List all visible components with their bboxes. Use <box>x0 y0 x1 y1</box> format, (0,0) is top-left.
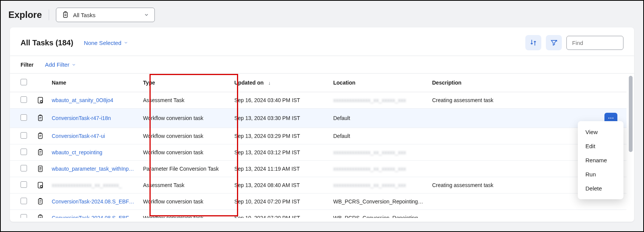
task-type: Assessment Task <box>139 177 231 194</box>
task-updated: Sep 13, 2024 03:12 PM IST <box>231 144 329 161</box>
task-type: Workflow conversion task <box>139 194 231 210</box>
task-name-link[interactable]: wbauto_parameter_task_withInp… <box>52 166 134 172</box>
panel-title: All Tasks (184) <box>21 38 73 47</box>
tasks-scope-dropdown[interactable]: All Tasks <box>56 8 155 22</box>
clipboard-icon <box>37 132 44 140</box>
table-row: ConversionTask-r47-i18nWorkflow conversi… <box>10 109 627 128</box>
dropdown-label: All Tasks <box>73 12 95 18</box>
task-updated: Sep 13, 2024 03:29 PM IST <box>231 128 329 144</box>
table-row: ConversionTask-2024.08.S_EBF…Workflow co… <box>10 194 627 210</box>
table-row: wbauto_ct_repointingWorkflow conversion … <box>10 144 627 161</box>
task-name-link[interactable]: ConversionTask-2024.08.S_EBF… <box>52 215 134 218</box>
add-filter-button[interactable]: Add Filter <box>45 61 76 68</box>
clipboard-icon <box>37 114 44 122</box>
task-type: Workflow conversion task <box>139 109 231 128</box>
task-name-link[interactable]: wbauto_ct_repointing <box>52 149 102 155</box>
tasks-panel: All Tasks (184) None Selected Filter Add <box>10 27 634 222</box>
row-context-menu: View Edit Rename Run Delete <box>578 121 623 199</box>
task-name-link[interactable]: ConversionTask-2024.08.S_EBF… <box>52 198 134 205</box>
task-updated: Sep 13, 2024 11:19 AM IST <box>231 161 329 177</box>
chevron-down-icon <box>144 12 149 18</box>
none-selected-label: None Selected <box>84 40 121 46</box>
clipboard-icon <box>37 198 44 205</box>
table-row: wbauto_at_sanity_0O8jo4Assessment TaskSe… <box>10 92 627 109</box>
select-all-checkbox[interactable] <box>21 79 27 85</box>
sort-desc-icon: ↓ <box>268 80 271 86</box>
task-updated: Sep 10, 2024 07:20 PM IST <box>231 210 329 218</box>
row-checkbox[interactable] <box>21 114 27 121</box>
task-location: xxxxxxxxxxxxxx_xx_xxxxx_xxx <box>333 149 406 155</box>
clipboard-icon <box>37 214 44 218</box>
chevron-down-icon <box>72 62 76 67</box>
task-location: xxxxxxxxxxxxxx_xx_xxxxx_xxx <box>333 182 406 188</box>
task-type: Workflow conversion task <box>139 210 231 218</box>
menu-view[interactable]: View <box>578 125 623 139</box>
task-location: xxxxxxxxxxxxxx_xx_xxxxx_xxx <box>333 97 406 103</box>
column-header-name[interactable]: Name <box>48 74 139 92</box>
table-row: wbauto_parameter_task_withInp…Parameter … <box>10 161 627 177</box>
row-checkbox[interactable] <box>21 96 27 103</box>
task-updated: Sep 13, 2024 03:30 PM IST <box>231 109 329 128</box>
task-type: Assessment Task <box>139 92 231 109</box>
row-checkbox[interactable] <box>21 214 27 218</box>
column-header-description[interactable]: Description <box>428 74 601 92</box>
svg-point-6 <box>612 118 614 119</box>
column-header-updated-label: Updated on <box>234 80 264 86</box>
chevron-down-icon <box>124 40 128 45</box>
row-checkbox[interactable] <box>21 181 27 188</box>
task-description <box>428 194 601 210</box>
filter-icon <box>550 39 558 46</box>
row-checkbox[interactable] <box>21 132 27 139</box>
column-header-updated[interactable]: Updated on ↓ <box>231 74 329 92</box>
assessment-icon <box>37 96 44 104</box>
clipboard-icon <box>37 149 44 156</box>
menu-delete[interactable]: Delete <box>578 181 623 195</box>
find-input[interactable] <box>566 36 623 50</box>
menu-edit[interactable]: Edit <box>578 139 623 153</box>
task-updated: Sep 13, 2024 08:40 AM IST <box>231 177 329 194</box>
add-filter-label: Add Filter <box>45 61 69 68</box>
table-row: xxxxxxxxxxxxxxx_xx_xxxxxx_Assessment Tas… <box>10 177 627 194</box>
sort-icon <box>530 39 537 46</box>
vertical-scrollbar[interactable] <box>629 76 633 152</box>
task-description: Creating assessment task <box>428 177 601 194</box>
menu-run[interactable]: Run <box>578 167 623 181</box>
task-updated: Sep 16, 2024 03:40 PM IST <box>231 92 329 109</box>
task-type: Workflow conversion task <box>139 128 231 144</box>
task-name-link[interactable]: wbauto_at_sanity_0O8jo4 <box>52 97 113 103</box>
page-title: Explore <box>8 10 49 20</box>
row-checkbox[interactable] <box>21 198 27 204</box>
column-header-location[interactable]: Location <box>329 74 428 92</box>
task-name-link[interactable]: ConversionTask-r47-ui <box>52 133 105 139</box>
column-header-type[interactable]: Type <box>139 74 231 92</box>
svg-rect-12 <box>38 199 42 204</box>
none-selected-dropdown[interactable]: None Selected <box>84 40 128 46</box>
svg-rect-7 <box>38 133 42 138</box>
svg-point-5 <box>611 118 612 119</box>
table-row: ConversionTask-r47-uiWorkflow conversion… <box>10 128 627 144</box>
task-description <box>428 109 601 128</box>
svg-point-2 <box>40 101 42 102</box>
task-location: xxxxxxxxxxxxxx_xx_xxxxx_xxx <box>333 166 406 172</box>
svg-point-4 <box>608 118 609 119</box>
task-type: Parameter File Conversion Task <box>139 161 231 177</box>
sort-button[interactable] <box>525 35 541 50</box>
task-description <box>428 161 601 177</box>
svg-point-11 <box>40 186 42 187</box>
clipboard-icon <box>62 11 69 19</box>
task-location: WB_PCRS_Conversion_Repointing_Sa… <box>329 194 428 210</box>
menu-rename[interactable]: Rename <box>578 153 623 167</box>
filter-button[interactable] <box>546 35 562 50</box>
table-row: ConversionTask-2024.08.S_EBF…Workflow co… <box>10 210 627 218</box>
assessment-icon <box>37 181 44 189</box>
svg-rect-3 <box>38 115 42 120</box>
task-description: Creating assessment task <box>428 92 601 109</box>
task-updated: Sep 10, 2024 07:20 PM IST <box>231 194 329 210</box>
task-description <box>428 210 601 218</box>
tasks-table: Name Type Updated on ↓ Location Descript… <box>10 74 627 218</box>
filter-label: Filter <box>21 62 33 68</box>
doc-icon <box>37 165 44 173</box>
task-name-link[interactable]: ConversionTask-r47-i18n <box>52 115 111 121</box>
row-checkbox[interactable] <box>21 165 27 171</box>
row-checkbox[interactable] <box>21 149 27 155</box>
